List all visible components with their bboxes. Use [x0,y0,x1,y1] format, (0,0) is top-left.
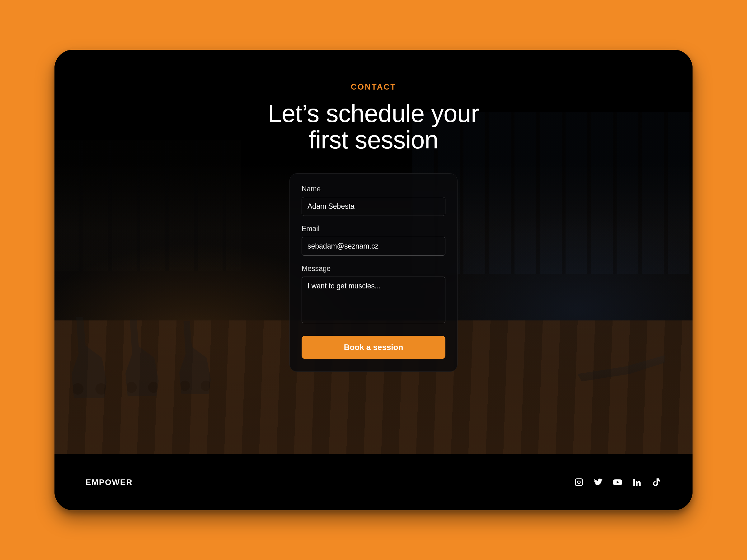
headline-line2: first session [309,126,438,154]
headline-line1: Let’s schedule your [268,100,479,127]
app-window: CONTACT Let’s schedule your first sessio… [54,50,693,510]
contact-form: Name Email Message Book a session [289,173,458,372]
bg-windows-left [54,140,241,271]
linkedin-icon[interactable] [632,477,642,487]
social-links [574,477,662,487]
email-field-group: Email [302,224,445,256]
book-session-button[interactable]: Book a session [302,336,445,359]
brand-logo: EMPOWER [85,478,133,487]
message-field-group: Message [302,264,445,324]
bg-equipment-left [54,286,257,417]
email-input[interactable] [302,237,445,256]
name-input[interactable] [302,197,445,216]
contact-hero: CONTACT Let’s schedule your first sessio… [54,50,693,454]
tiktok-icon[interactable] [651,477,662,487]
message-label: Message [302,264,445,273]
footer: EMPOWER [54,454,693,510]
message-textarea[interactable] [302,276,445,323]
twitter-icon[interactable] [593,477,603,487]
bg-equipment-right [490,286,693,417]
instagram-icon[interactable] [574,477,584,487]
section-headline: Let’s schedule your first session [268,101,479,153]
section-eyebrow: CONTACT [351,82,396,92]
email-label: Email [302,224,445,233]
name-label: Name [302,185,445,193]
youtube-icon[interactable] [612,477,623,487]
name-field-group: Name [302,185,445,216]
